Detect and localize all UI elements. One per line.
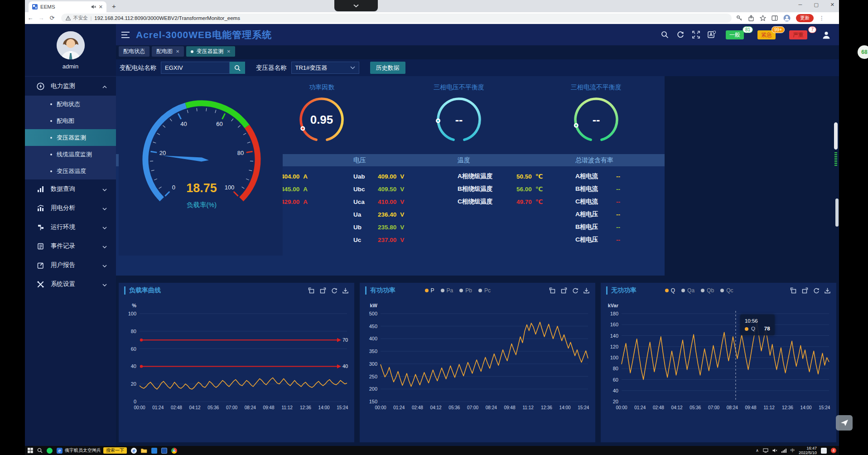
window-minimize-button[interactable]: ─ [799, 2, 802, 8]
app-icon-tile[interactable] [161, 448, 167, 454]
sidebar-group-3[interactable]: 用电分析 [25, 198, 116, 218]
search-icon[interactable] [661, 31, 669, 39]
security-label[interactable]: 不安全 [73, 15, 88, 21]
tab-mute-icon[interactable] [91, 5, 96, 9]
tray-network-icon[interactable] [781, 448, 786, 453]
taskbar-search-icon[interactable] [37, 448, 43, 453]
legend-item-P[interactable]: P [425, 287, 434, 294]
sidebar-group-6[interactable]: 用户报告 [25, 256, 116, 275]
ie-icon[interactable]: e [131, 448, 137, 454]
notification-center-icon[interactable] [821, 448, 827, 454]
reload-button[interactable]: ⟳ [47, 15, 58, 21]
profile-avatar[interactable] [783, 15, 791, 22]
taskbar-news-widget[interactable]: e 俄宇航员太空闸兵 搜索一下 [57, 447, 127, 454]
news-headline[interactable]: 俄宇航员太空闸兵 [65, 447, 101, 454]
chrome-update-button[interactable]: 更新 [796, 14, 814, 22]
close-icon[interactable]: ✕ [227, 49, 230, 54]
sidebar-item-配电图[interactable]: 配电图 [25, 112, 116, 129]
url-text[interactable]: 192.168.204.112:8090/3000WEBV2/Transform… [94, 15, 240, 21]
video-overlay-collapse[interactable] [334, 0, 378, 11]
address-bar[interactable]: 不安全 | 192.168.204.112:8090/3000WEBV2/Tra… [61, 14, 732, 23]
sidebar-item-线缆温度监测[interactable]: 线缆温度监测 [25, 146, 116, 163]
svg-text:300: 300 [369, 361, 377, 367]
settings-icon [37, 281, 44, 288]
taskbar-clock[interactable]: 16:47 2022/5/10 [799, 446, 817, 455]
chevron-down-icon [102, 243, 107, 250]
new-tab-button[interactable]: + [112, 2, 116, 10]
legend-item-Pa[interactable]: Pa [441, 287, 453, 294]
chart-zoom-icon[interactable] [790, 287, 797, 294]
legend-item-Pc[interactable]: Pc [478, 287, 491, 294]
page-tab-配电图[interactable]: 配电图✕ [152, 46, 184, 57]
file-explorer-icon[interactable] [141, 448, 147, 453]
page-scrollbar[interactable] [835, 198, 839, 257]
row-value: 410.00 [378, 198, 396, 205]
chart-download-icon[interactable] [583, 287, 590, 294]
start-button[interactable] [28, 448, 33, 453]
back-button[interactable]: ← [25, 15, 36, 21]
chart-download-icon[interactable] [824, 287, 831, 294]
chrome-icon[interactable] [171, 448, 177, 454]
window-close-button[interactable]: ✕ [830, 2, 834, 8]
chart-refresh-icon[interactable] [813, 287, 820, 294]
close-icon[interactable]: ✕ [176, 49, 179, 54]
history-data-button[interactable]: 历史数据 [370, 62, 405, 74]
sidebar-group-4[interactable]: 运行环境 [25, 218, 116, 237]
sidebar-group-5[interactable]: 事件记录 [25, 237, 116, 256]
page-tab-变压器监测[interactable]: 变压器监测✕ [186, 46, 235, 57]
chart-restore-icon[interactable] [801, 287, 808, 294]
station-input[interactable]: EGXIV [161, 62, 230, 74]
chart-zoom-icon[interactable] [549, 287, 556, 294]
row-unit: V [400, 211, 404, 218]
chart-refresh-icon[interactable] [572, 287, 579, 294]
chart-download-icon[interactable] [342, 287, 349, 294]
fullscreen-icon[interactable] [692, 31, 700, 39]
sidebar-item-变压器温度[interactable]: 变压器温度 [25, 163, 116, 179]
browser-tab-eems[interactable]: EEMS ✕ [29, 1, 106, 12]
alarm-pill-一般[interactable]: 一般81 [726, 30, 744, 39]
forward-button[interactable]: → [36, 15, 47, 21]
table-scrollbar[interactable] [834, 90, 838, 194]
browser-menu-icon[interactable]: ⋮ [819, 15, 825, 21]
spotify-icon[interactable] [47, 448, 53, 454]
legend-item-Qa[interactable]: Qa [681, 287, 694, 294]
page-tab-配电状态[interactable]: 配电状态 [119, 46, 149, 57]
menu-collapse-icon[interactable] [121, 32, 130, 38]
user-icon[interactable] [822, 30, 831, 39]
sidebar-item-配电状态[interactable]: 配电状态 [25, 96, 116, 112]
news-search-button[interactable]: 搜索一下 [103, 447, 127, 454]
app-icon-blue[interactable] [151, 448, 157, 454]
window-maximize-button[interactable]: ▢ [814, 2, 818, 8]
tray-expand-icon[interactable]: ∧ [756, 448, 759, 453]
legend-item-Qc[interactable]: Qc [720, 287, 733, 294]
sidebar-group-7[interactable]: 系统设置 [25, 275, 116, 294]
chart-restore-icon[interactable] [560, 287, 567, 294]
chart-restore-icon[interactable] [319, 287, 326, 294]
sidebar-group-2[interactable]: 数据查询 [25, 179, 116, 198]
svg-text:12:36: 12:36 [541, 405, 552, 410]
legend-item-Pb[interactable]: Pb [459, 287, 472, 294]
side-panel-icon[interactable] [772, 15, 778, 21]
filter-bar: 变配电站名称 EGXIV 变压器名称 TR1#变压器 历史数据 [116, 59, 839, 76]
bookmark-star-icon[interactable] [760, 15, 766, 21]
transformer-select[interactable]: TR1#变压器 [291, 62, 359, 74]
legend-item-Q[interactable]: Q [665, 287, 675, 294]
sidebar-item-变压器监测[interactable]: 变压器监测 [25, 129, 116, 146]
sidebar-group-1[interactable]: 电力监测 [25, 77, 116, 96]
refresh-icon[interactable] [676, 31, 685, 39]
recorder-float-button[interactable] [836, 415, 853, 431]
scrollbar-thumb[interactable] [834, 122, 838, 150]
tray-volume-icon[interactable] [772, 448, 777, 453]
key-icon[interactable] [736, 15, 743, 21]
alarm-pill-严重[interactable]: 严重7 [789, 30, 807, 39]
chart-zoom-icon[interactable] [308, 287, 315, 294]
alarm-pill-紧急[interactable]: 紧急99+ [757, 30, 776, 39]
tray-ime-indicator[interactable]: 中 [791, 448, 795, 454]
share-icon[interactable] [748, 15, 754, 21]
legend-item-Qb[interactable]: Qb [701, 287, 714, 294]
tray-pc-icon[interactable] [763, 448, 768, 453]
tab-close-icon[interactable]: ✕ [99, 4, 103, 10]
language-icon[interactable] [708, 31, 716, 39]
station-search-button[interactable] [230, 62, 245, 74]
chart-refresh-icon[interactable] [331, 287, 338, 294]
